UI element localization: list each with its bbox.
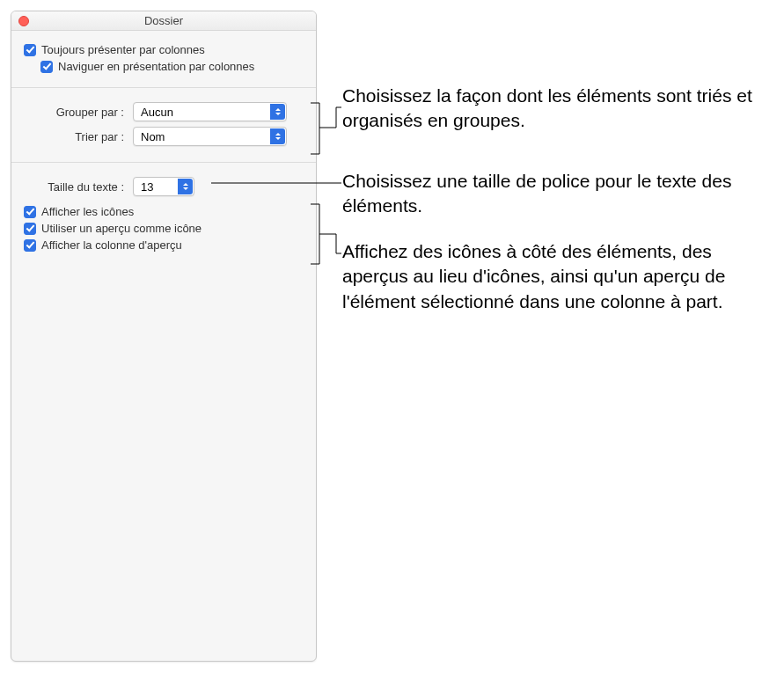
row-sort-by: Trier par : Nom — [24, 127, 304, 146]
select-group-by[interactable]: Aucun — [133, 102, 287, 121]
label-browse-columns: Naviguer en présentation par colonnes — [58, 60, 254, 73]
row-browse-columns: Naviguer en présentation par colonnes — [24, 60, 304, 73]
select-group-by-value: Aucun — [141, 106, 173, 119]
checkbox-use-preview-icon[interactable] — [24, 223, 36, 235]
section-view-mode: Toujours présenter par colonnes Naviguer… — [11, 31, 316, 88]
annotation-text-size: Choisissez une taille de police pour le … — [342, 169, 765, 219]
checkbox-show-icons[interactable] — [24, 206, 36, 218]
row-show-icons: Afficher les icônes — [24, 205, 304, 218]
label-text-size: Taille du texte : — [24, 180, 133, 194]
label-group-by: Grouper par : — [24, 106, 133, 119]
row-show-preview-column: Afficher la colonne d'aperçu — [24, 238, 304, 252]
titlebar: Dossier — [11, 11, 316, 31]
annotation-icons: Affichez des icônes à côté des éléments,… — [342, 239, 765, 314]
checkbox-always-columns[interactable] — [24, 44, 36, 56]
close-button[interactable] — [18, 16, 29, 26]
select-text-size[interactable]: 13 — [133, 177, 194, 196]
select-sort-by-value: Nom — [141, 130, 165, 143]
row-always-columns: Toujours présenter par colonnes — [24, 43, 304, 56]
row-use-preview-icon: Utiliser un aperçu comme icône — [24, 222, 304, 235]
checkbox-show-preview-column[interactable] — [24, 239, 36, 252]
updown-icon — [178, 179, 193, 194]
checkbox-browse-columns[interactable] — [40, 61, 53, 73]
window-title: Dossier — [144, 14, 183, 27]
updown-icon — [270, 104, 285, 120]
label-sort-by: Trier par : — [24, 130, 133, 143]
section-text-icons: Taille du texte : 13 Afficher les icônes… — [11, 163, 316, 266]
select-sort-by[interactable]: Nom — [133, 127, 287, 146]
section-sort-group: Grouper par : Aucun Trier par : Nom — [11, 88, 316, 163]
label-use-preview-icon: Utiliser un aperçu comme icône — [41, 222, 201, 235]
select-text-size-value: 13 — [141, 180, 153, 194]
label-show-preview-column: Afficher la colonne d'aperçu — [41, 238, 182, 252]
updown-icon — [270, 128, 285, 144]
label-always-columns: Toujours présenter par colonnes — [41, 43, 205, 56]
row-text-size: Taille du texte : 13 — [24, 177, 304, 196]
annotation-sort-group: Choisissez la façon dont les éléments so… — [342, 84, 765, 134]
row-group-by: Grouper par : Aucun — [24, 102, 304, 121]
label-show-icons: Afficher les icônes — [41, 205, 134, 218]
view-options-window: Dossier Toujours présenter par colonnes … — [11, 11, 317, 662]
